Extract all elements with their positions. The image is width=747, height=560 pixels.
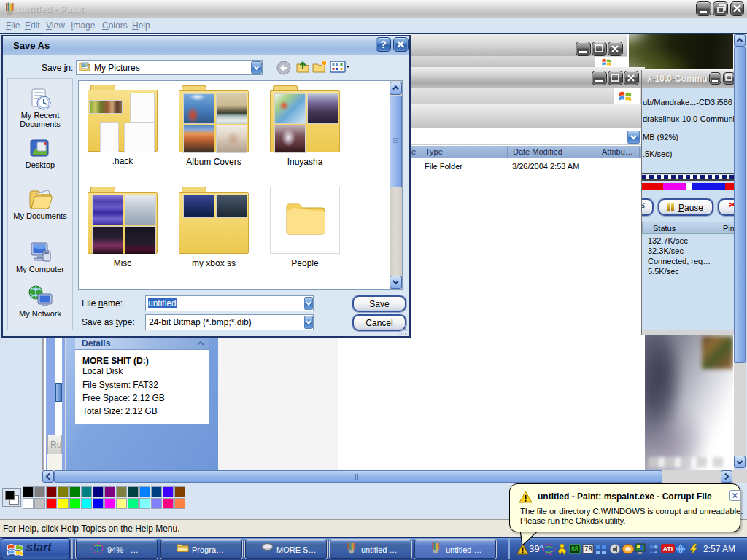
svg-text:08: 08 xyxy=(571,546,578,553)
svg-text:ATI: ATI xyxy=(663,545,673,553)
svg-text:78: 78 xyxy=(584,545,592,553)
